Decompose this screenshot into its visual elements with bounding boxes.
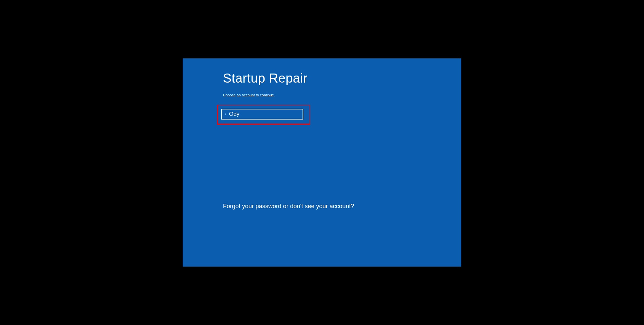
- recovery-screen: Startup Repair Choose an account to cont…: [183, 58, 461, 267]
- account-option-ody[interactable]: • Ody: [221, 109, 303, 120]
- page-title: Startup Repair: [223, 71, 421, 86]
- forgot-password-link[interactable]: Forgot your password or don't see your a…: [223, 203, 354, 210]
- bullet-icon: •: [225, 112, 226, 117]
- page-subtitle: Choose an account to continue.: [223, 93, 421, 97]
- annotation-highlight: • Ody: [217, 104, 310, 125]
- account-name-label: Ody: [229, 111, 239, 118]
